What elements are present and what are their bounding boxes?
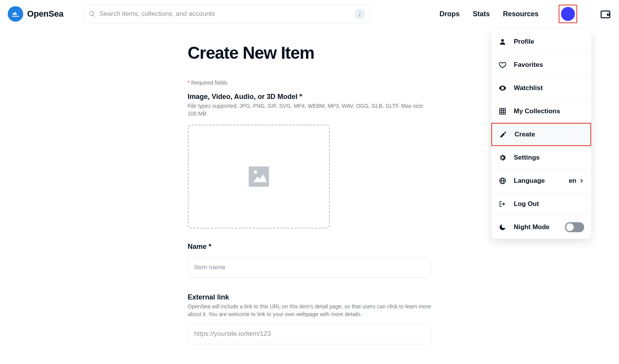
menu-collections-label: My Collections xyxy=(514,107,560,115)
menu-logout-label: Log Out xyxy=(514,200,539,208)
header: OpenSea / Drops Stats Resources xyxy=(0,0,619,28)
menu-create-label: Create xyxy=(515,131,535,138)
wallet-icon[interactable] xyxy=(600,8,611,20)
menu-language[interactable]: Language en xyxy=(491,169,591,192)
menu-night-mode[interactable]: Night Mode xyxy=(491,216,591,239)
required-star: * xyxy=(188,80,190,86)
menu-night-mode-label: Night Mode xyxy=(514,223,550,231)
nav: Drops Stats Resources xyxy=(439,5,611,23)
menu-favorites-label: Favorites xyxy=(514,61,543,69)
user-icon xyxy=(498,37,507,46)
slash-shortcut-hint: / xyxy=(355,9,365,19)
svg-point-3 xyxy=(501,39,504,42)
search-icon xyxy=(89,10,96,17)
menu-logout[interactable]: Log Out xyxy=(491,192,591,216)
menu-watchlist-label: Watchlist xyxy=(514,84,543,92)
external-link-input[interactable] xyxy=(188,323,431,344)
menu-collections[interactable]: My Collections xyxy=(491,100,591,123)
search-box[interactable]: / xyxy=(84,5,370,23)
svg-rect-4 xyxy=(500,108,506,114)
opensea-logo-icon xyxy=(8,6,23,22)
logout-icon xyxy=(498,200,507,208)
required-fields-note: * Required fields xyxy=(188,80,431,86)
create-form: Create New Item * Required fields Image,… xyxy=(188,43,431,357)
nav-stats[interactable]: Stats xyxy=(473,10,490,18)
nav-resources[interactable]: Resources xyxy=(503,10,539,18)
logo[interactable]: OpenSea xyxy=(8,6,63,22)
heart-icon xyxy=(498,61,507,69)
name-field-label: Name * xyxy=(188,243,431,251)
menu-favorites[interactable]: Favorites xyxy=(491,53,591,77)
pencil-icon xyxy=(499,130,508,139)
grid-icon xyxy=(498,107,507,116)
svg-point-15 xyxy=(254,170,257,174)
svg-point-2 xyxy=(608,14,609,15)
profile-avatar-trigger[interactable] xyxy=(559,5,577,23)
globe-icon xyxy=(498,177,507,185)
avatar-icon xyxy=(561,7,575,21)
page-title: Create New Item xyxy=(188,43,431,63)
external-link-label: External link xyxy=(188,293,431,301)
item-name-input[interactable] xyxy=(188,257,431,278)
media-field-label: Image, Video, Audio, or 3D Model * xyxy=(188,93,431,101)
menu-profile[interactable]: Profile xyxy=(491,30,591,53)
chevron-right-icon xyxy=(579,178,584,184)
menu-language-label: Language xyxy=(514,177,545,185)
menu-language-value: en xyxy=(569,177,584,185)
menu-settings[interactable]: Settings xyxy=(491,146,591,169)
night-mode-toggle[interactable] xyxy=(565,222,584,232)
media-uploader[interactable] xyxy=(188,124,330,229)
svg-rect-13 xyxy=(249,167,269,187)
menu-watchlist[interactable]: Watchlist xyxy=(491,77,591,100)
search-input[interactable] xyxy=(99,10,351,18)
eye-icon xyxy=(498,84,507,92)
gear-icon xyxy=(498,153,507,162)
brand-name: OpenSea xyxy=(27,9,63,19)
moon-icon xyxy=(498,223,507,231)
external-link-help: OpenSea will include a link to this URL … xyxy=(188,303,431,318)
image-placeholder-icon xyxy=(245,163,272,190)
profile-dropdown: Profile Favorites Watchlist My Collectio… xyxy=(491,30,591,239)
media-field-help: File types supported: JPG, PNG, GIF, SVG… xyxy=(188,102,431,117)
nav-drops[interactable]: Drops xyxy=(439,10,460,18)
menu-profile-label: Profile xyxy=(514,38,534,46)
menu-create[interactable]: Create xyxy=(491,123,591,146)
menu-settings-label: Settings xyxy=(514,154,540,162)
